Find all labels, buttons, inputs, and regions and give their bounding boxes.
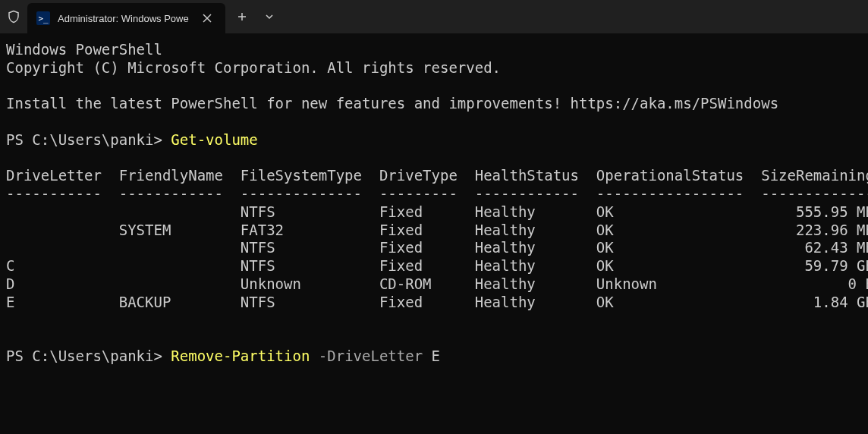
new-tab-button[interactable] [231, 6, 253, 27]
dropdown-icon[interactable] [259, 6, 280, 27]
close-icon[interactable] [197, 8, 218, 29]
titlebar: >_ Administrator: Windows Powe [0, 0, 868, 33]
shield-icon [0, 0, 27, 33]
tab-powershell[interactable]: >_ Administrator: Windows Powe [27, 3, 225, 33]
terminal-output[interactable]: Windows PowerShell Copyright (C) Microso… [0, 33, 868, 373]
tab-title: Administrator: Windows Powe [58, 13, 189, 24]
powershell-icon: >_ [36, 11, 50, 25]
